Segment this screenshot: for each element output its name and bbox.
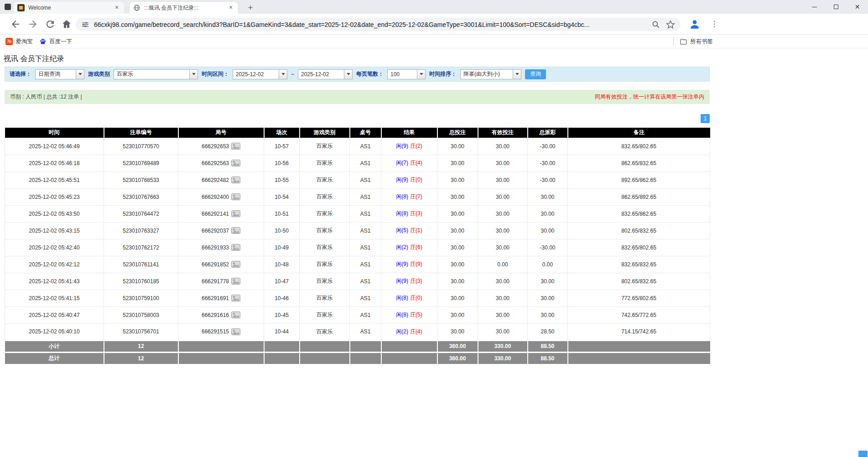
close-icon[interactable]: × bbox=[227, 4, 234, 11]
cell-payout: -30.00 bbox=[528, 239, 568, 256]
all-bookmarks[interactable]: 所有书签 bbox=[680, 35, 713, 48]
table-body: 2025-12-02 05:46:49523010770570666292653… bbox=[5, 138, 710, 340]
cell-game-type: 百家乐 bbox=[300, 239, 350, 256]
minimize-button[interactable] bbox=[804, 0, 825, 14]
cell-table-no: AS1 bbox=[350, 205, 381, 222]
search-button[interactable]: 查询 bbox=[525, 69, 546, 79]
result-player: 闲(8) bbox=[396, 193, 408, 200]
sort-select[interactable]: 降幂(由大到小) bbox=[460, 69, 521, 79]
cell-total-bet[interactable]: 30.00 bbox=[437, 239, 478, 256]
chevron-down-icon[interactable] bbox=[189, 70, 198, 79]
cell-total-bet[interactable]: 30.00 bbox=[437, 138, 478, 155]
chevron-down-icon[interactable] bbox=[76, 70, 84, 79]
menu-icon[interactable]: ⋮ bbox=[709, 18, 720, 31]
cell-table-no: AS1 bbox=[350, 239, 381, 256]
cell-total-bet[interactable]: 30.00 bbox=[437, 205, 478, 222]
pagination-bottom-partial[interactable] bbox=[858, 451, 868, 457]
chevron-down-icon[interactable] bbox=[417, 70, 425, 79]
url-text[interactable]: 66cxkj98.com/game/betrecord_search/kind3… bbox=[94, 21, 646, 28]
bookmark-star-icon[interactable] bbox=[666, 20, 675, 29]
cell-game-type: 百家乐 bbox=[300, 188, 350, 205]
profile-avatar-icon[interactable] bbox=[689, 18, 701, 30]
close-icon[interactable]: × bbox=[113, 4, 120, 11]
back-icon[interactable] bbox=[10, 19, 21, 30]
result-banker: 庄(2) bbox=[410, 143, 422, 149]
cell-valid-bet: 30.00 bbox=[478, 222, 528, 239]
video-icon[interactable] bbox=[231, 227, 240, 234]
cell-payout: 30.00 bbox=[528, 306, 568, 323]
date-range-label: 时间区间： bbox=[202, 70, 229, 78]
video-icon[interactable] bbox=[231, 210, 240, 217]
home-icon[interactable] bbox=[61, 19, 72, 30]
result-banker: 庄(4) bbox=[410, 328, 422, 335]
cell-game-type: 百家乐 bbox=[300, 171, 350, 188]
empty-cell bbox=[350, 352, 381, 364]
header-bet-id: 注单编号 bbox=[104, 128, 178, 138]
address-bar[interactable]: 66cxkj98.com/game/betrecord_search/kind3… bbox=[76, 18, 681, 31]
page-size-select[interactable]: 100 bbox=[387, 69, 426, 79]
page-button-1[interactable]: 1 bbox=[701, 114, 710, 123]
close-window-button[interactable]: ✕ bbox=[847, 0, 868, 14]
video-icon[interactable] bbox=[231, 295, 240, 301]
maximize-button[interactable] bbox=[825, 0, 847, 14]
video-icon[interactable] bbox=[231, 261, 240, 268]
query-type-value: 日期查询 bbox=[36, 70, 76, 78]
video-icon[interactable] bbox=[231, 193, 240, 200]
video-icon[interactable] bbox=[231, 177, 240, 183]
forward-icon[interactable] bbox=[27, 19, 38, 30]
cell-total-bet[interactable]: 30.00 bbox=[437, 323, 478, 340]
zoom-icon[interactable] bbox=[651, 20, 660, 29]
new-tab-icon[interactable]: + bbox=[244, 2, 256, 14]
result-player: 闲(9) bbox=[396, 261, 408, 267]
tune-icon[interactable] bbox=[81, 21, 89, 29]
tab-betrecord-active[interactable]: :::视讯 会员下注纪录::: × bbox=[130, 2, 238, 14]
table-row: 2025-12-02 05:41:15523010759100666291691… bbox=[5, 290, 710, 306]
reload-icon[interactable] bbox=[45, 19, 56, 30]
query-type-select[interactable]: 日期查询 bbox=[35, 69, 84, 79]
cell-result: 闲(9)庄(3) bbox=[381, 273, 437, 290]
cell-total-bet[interactable]: 30.00 bbox=[437, 171, 478, 188]
cell-total-bet[interactable]: 30.00 bbox=[437, 155, 478, 171]
video-icon[interactable] bbox=[231, 278, 240, 285]
date-end-value: 2025-12-02 bbox=[298, 71, 344, 78]
tab-welcome-favicon bbox=[17, 4, 25, 11]
cell-total-bet[interactable]: 30.00 bbox=[437, 222, 478, 239]
video-icon[interactable] bbox=[231, 143, 240, 150]
cell-bet-id: 523010758003 bbox=[104, 306, 178, 323]
round-number: 666292037 bbox=[202, 228, 229, 234]
cell-table-no: AS1 bbox=[350, 273, 381, 290]
video-icon[interactable] bbox=[231, 160, 240, 166]
empty-cell bbox=[568, 352, 710, 364]
cell-total-bet[interactable]: 30.00 bbox=[437, 306, 478, 323]
empty-cell bbox=[300, 352, 350, 364]
bookmark-baidu[interactable]: 百度一下 bbox=[39, 35, 72, 48]
round-number: 666292653 bbox=[202, 143, 229, 150]
cell-payout: 30.00 bbox=[528, 188, 568, 205]
cell-game-type: 百家乐 bbox=[300, 155, 350, 171]
video-icon[interactable] bbox=[231, 244, 240, 251]
cell-time: 2025-12-02 05:41:43 bbox=[5, 273, 104, 290]
header-session: 场次 bbox=[264, 128, 300, 138]
video-icon[interactable] bbox=[231, 328, 240, 335]
cell-total-bet[interactable]: 30.00 bbox=[437, 273, 478, 290]
cell-result: 闲(2)庄(4) bbox=[381, 323, 437, 340]
cell-total-bet[interactable]: 30.00 bbox=[437, 188, 478, 205]
result-player: 闲(8) bbox=[396, 210, 408, 217]
chevron-down-icon[interactable] bbox=[513, 70, 521, 79]
table-row: 2025-12-02 05:46:18523010769489666292563… bbox=[5, 155, 710, 171]
date-end-select[interactable]: 2025-12-02 bbox=[298, 69, 353, 79]
taobao-icon: 淘 bbox=[5, 38, 13, 45]
cell-bet-id: 523010762172 bbox=[104, 239, 178, 256]
game-type-select[interactable]: 百家乐 bbox=[114, 69, 198, 79]
video-icon[interactable] bbox=[231, 312, 240, 318]
date-start-select[interactable]: 2025-12-02 bbox=[233, 69, 287, 79]
bookmark-aitaobao[interactable]: 淘 爱淘宝 bbox=[5, 35, 33, 48]
chevron-down-icon[interactable] bbox=[279, 70, 287, 79]
cell-valid-bet: 30.00 bbox=[478, 171, 528, 188]
cell-session: 10-56 bbox=[264, 155, 300, 171]
cell-result: 闲(2)庄(6) bbox=[381, 239, 437, 256]
cell-total-bet[interactable]: 30.00 bbox=[437, 256, 478, 273]
chevron-down-icon[interactable] bbox=[344, 70, 352, 79]
tab-welcome[interactable]: Welcome × bbox=[14, 2, 124, 14]
cell-total-bet[interactable]: 30.00 bbox=[437, 290, 478, 306]
